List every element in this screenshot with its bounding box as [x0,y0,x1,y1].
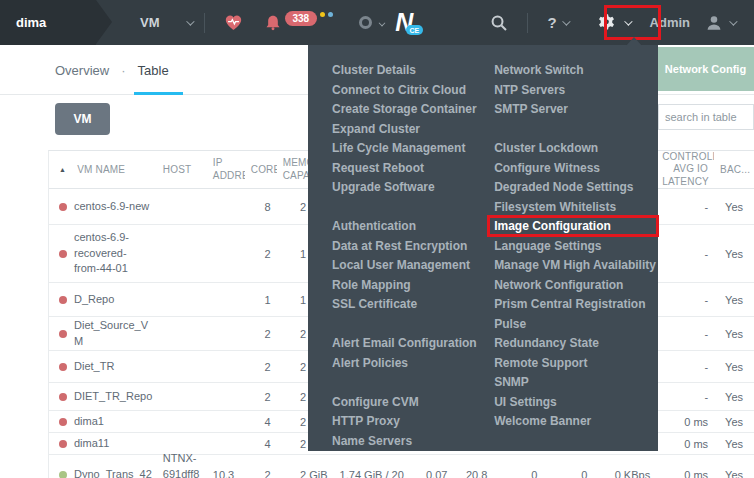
vm-status-red-icon [59,363,67,371]
network-config-button[interactable]: Network Config [657,47,754,91]
alert-count-badge[interactable]: 338 [285,11,318,26]
user-avatar-icon [705,14,723,32]
cell-latency: 0 ms [656,438,714,450]
vm-name[interactable]: Diet_Source_VM [74,318,154,350]
recent-tasks-ring-icon[interactable] [359,16,372,29]
menu-item-redundancy-state[interactable]: Redundancy State [494,334,658,354]
user-menu[interactable] [705,14,735,32]
vm-status-red-icon [59,418,67,426]
menu-item-role-mapping[interactable]: Role Mapping [332,276,486,296]
menu-item-ntp-servers[interactable]: NTP Servers [494,81,658,101]
menu-item-manage-vm-high-availability[interactable]: Manage VM High Availability [494,256,658,276]
menu-item-authentication[interactable]: Authentication [332,217,486,237]
menu-item-degraded-node-settings[interactable]: Degraded Node Settings [494,178,658,198]
menu-item-http-proxy[interactable]: HTTP Proxy [332,412,486,432]
cell-cpu: 0.07 [409,469,453,478]
cluster-selector[interactable]: dima [0,0,96,45]
cell-latency: 0 ms [656,469,714,478]
menu-item-image-configuration[interactable]: Image Configuration [494,217,658,237]
menu-spacer [494,120,658,140]
cell-cores: 2 [245,328,277,340]
menu-item-cluster-lockdown[interactable]: Cluster Lockdown [494,139,658,159]
menu-item-prism-central-registration[interactable]: Prism Central Registration [494,295,658,315]
menu-item-alert-email-configuration[interactable]: Alert Email Configuration [332,334,486,354]
alerts-bell-icon[interactable] [264,14,282,31]
vm-name[interactable]: centos-6.9-new [74,199,151,215]
cell-latency: - [656,294,714,306]
nutanix-logo: N CE [395,8,411,37]
cell-backup: Yes [714,294,754,306]
cell-host: NTNX-691dff87 [157,451,207,478]
vm-name[interactable]: Diet_TR [74,359,151,375]
menu-item-alert-policies[interactable]: Alert Policies [332,354,486,374]
menu-item-name-servers[interactable]: Name Servers [332,432,486,452]
entity-type-dropdown[interactable]: VM [140,15,192,30]
menu-item-smtp-server[interactable]: SMTP Server [494,100,658,120]
cell-backup: Yes [714,391,754,403]
help-menu[interactable]: ? [547,14,567,31]
menu-item-request-reboot[interactable]: Request Reboot [332,159,486,179]
vm-status-green-icon [59,471,67,478]
menu-item-expand-cluster[interactable]: Expand Cluster [332,120,486,140]
col-header-host[interactable]: HOST [157,163,207,177]
menu-item-ssl-certificate[interactable]: SSL Certificate [332,295,486,315]
menu-item-remote-support[interactable]: Remote Support [494,354,658,374]
search-icon[interactable] [490,14,508,32]
cell-latency: - [656,361,714,373]
tab-overview[interactable]: Overview [55,63,109,78]
menu-item-data-at-rest-encryption[interactable]: Data at Rest Encryption [332,237,486,257]
tab-separator: · [121,63,125,78]
vm-name[interactable]: dima11 [74,436,151,452]
vm-name[interactable]: D_Repo [74,292,151,308]
cell-storage: 1.74 GiB / 20 [334,469,410,478]
settings-gear-menu[interactable] [591,13,636,32]
vm-status-red-icon [59,393,67,401]
menu-item-network-switch[interactable]: Network Switch [494,61,658,81]
menu-item-network-configuration[interactable]: Network Configuration [494,276,658,296]
menu-item-local-user-management[interactable]: Local User Management [332,256,486,276]
menu-item-cluster-details[interactable]: Cluster Details [332,61,486,81]
settings-menu-right-column: Network SwitchNTP ServersSMTP ServerClus… [494,61,658,451]
col-header-ip[interactable]: IP ADDRESS [207,157,245,182]
vm-name[interactable]: Dyno_Trans_42 [74,467,152,478]
cell-cores: 4 [245,416,277,428]
col-header-vm-name[interactable]: VM NAME [77,164,125,175]
cell-cores: 4 [245,438,277,450]
menu-item-pulse[interactable]: Pulse [494,315,658,335]
menu-item-create-storage-container[interactable]: Create Storage Container [332,100,486,120]
menu-item-language-settings[interactable]: Language Settings [494,237,658,257]
menu-item-upgrade-software[interactable]: Upgrade Software [332,178,486,198]
cell-cores: 2 [245,391,277,403]
vm-name[interactable]: dima1 [74,414,151,430]
cell-backup: Yes [714,469,754,478]
table-row[interactable]: Dyno_Trans_42NTNX-691dff8710.322 GiB1.74… [49,455,754,478]
cell-bandwidth: 0 KBps [593,469,656,478]
menu-item-ui-settings[interactable]: UI Settings [494,393,658,413]
vm-name[interactable]: DIET_TR_Repo [74,389,152,405]
vm-filter-chip[interactable]: VM [55,103,110,135]
cell-backup: Yes [714,361,754,373]
search-in-table-input[interactable] [658,104,754,130]
menu-item-filesystem-whitelists[interactable]: Filesystem Whitelists [494,198,658,218]
vm-status-red-icon [59,330,67,338]
menu-item-snmp[interactable]: SNMP [494,373,658,393]
menu-item-connect-to-citrix-cloud[interactable]: Connect to Citrix Cloud [332,81,486,101]
cell-backup: Yes [714,438,754,450]
menu-item-configure-witness[interactable]: Configure Witness [494,159,658,179]
health-heart-icon[interactable] [224,14,243,31]
col-header-backup[interactable]: BAC... [714,164,754,175]
cell-cores: 8 [245,201,277,213]
col-header-latency[interactable]: CONTROLLER AVG IO LATENCY [656,151,714,189]
menu-spacer [332,198,486,218]
tab-table[interactable]: Table [138,63,169,78]
menu-item-welcome-banner[interactable]: Welcome Banner [494,412,658,432]
cell-ip: 10.3 [207,469,245,478]
menu-spacer [332,315,486,335]
vm-name[interactable]: centos-6.9-recovered-from-44-01 [74,230,151,278]
sort-ascending-icon[interactable]: ▲ [59,166,66,173]
user-name-label: Admin [650,15,690,30]
menu-item-configure-cvm[interactable]: Configure CVM [332,393,486,413]
cell-cores: 2 [245,248,277,260]
menu-item-life-cycle-management[interactable]: Life Cycle Management [332,139,486,159]
col-header-cores[interactable]: CORES [245,164,277,175]
